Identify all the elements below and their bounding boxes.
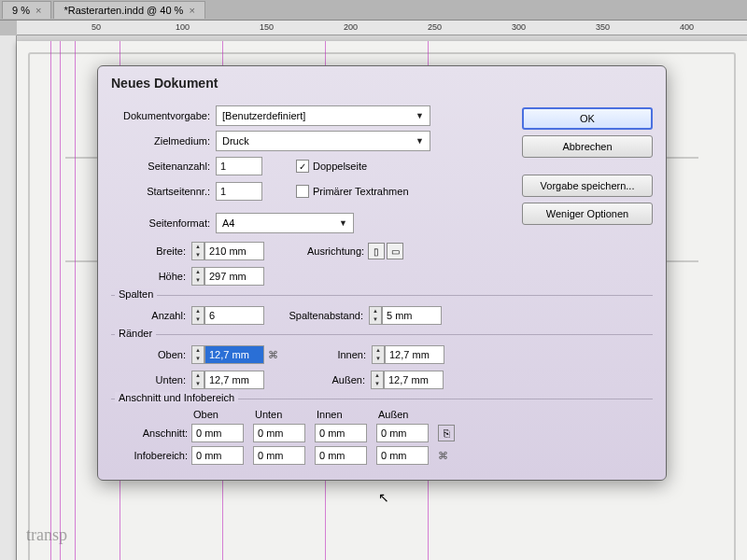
margin-inside-input[interactable]	[385, 345, 444, 364]
width-input[interactable]	[204, 242, 264, 260]
pages-input[interactable]	[216, 157, 262, 175]
tab-label: *Rasterarten.indd @ 40 %	[63, 5, 183, 16]
height-input[interactable]	[204, 267, 264, 286]
tab-label: 9 %	[12, 5, 30, 16]
chevron-down-icon: ▼	[416, 136, 424, 146]
facing-pages-checkbox[interactable]: ✓	[296, 160, 309, 173]
column-guide[interactable]	[75, 41, 76, 560]
margin-outside-stepper[interactable]: ▲▼	[371, 371, 384, 389]
margin-top-input[interactable]	[204, 345, 264, 364]
orientation-landscape-button[interactable]: ▭	[387, 243, 403, 259]
gutter-stepper[interactable]: ▲▼	[369, 306, 382, 325]
dialog-title: Neues Dokument	[98, 66, 666, 98]
intent-dropdown[interactable]: Druck ▼	[216, 131, 430, 151]
cancel-button[interactable]: Abbrechen	[522, 135, 653, 158]
primary-textframe-checkbox[interactable]	[296, 185, 309, 198]
ruler-tick: 100	[176, 22, 190, 32]
link-bleed-icon[interactable]: ⎘	[438, 425, 455, 441]
link-slug-icon[interactable]: ⌘	[438, 450, 464, 462]
ruler-tick: 200	[344, 22, 358, 32]
fewer-options-button[interactable]: Weniger Optionen	[522, 203, 653, 225]
document-tabs: 9 % × *Rasterarten.indd @ 40 % ×	[0, 0, 747, 21]
sketch-text: transp	[26, 525, 67, 545]
ruler-horizontal[interactable]: 50 100 150 200 250 300 350 400	[17, 21, 747, 35]
bleed-legend: Anschnitt und Infobereich	[115, 392, 238, 403]
margin-top-label: Oben:	[111, 349, 191, 360]
preset-value: [Benutzerdefiniert]	[222, 110, 305, 121]
col-bottom: Unten	[253, 409, 309, 420]
ok-button[interactable]: OK	[522, 107, 653, 130]
chevron-down-icon: ▼	[416, 111, 424, 120]
tab-prev-doc[interactable]: 9 % ×	[2, 1, 51, 19]
bleed-label: Anschnitt:	[111, 427, 193, 439]
bleed-inside-input[interactable]	[315, 424, 367, 442]
ruler-tick: 250	[428, 22, 442, 32]
ruler-tick: 150	[260, 22, 274, 32]
column-guide[interactable]	[60, 41, 61, 560]
slug-inside-input[interactable]	[315, 446, 367, 465]
startpage-label: Startseitennr.:	[111, 186, 216, 197]
column-guide[interactable]	[50, 41, 51, 560]
margin-bottom-label: Unten:	[111, 374, 191, 385]
orientation-label: Ausrichtung:	[307, 245, 364, 257]
bleed-outside-input[interactable]	[376, 424, 429, 442]
height-stepper[interactable]: ▲▼	[191, 267, 204, 286]
col-inside: Innen	[315, 409, 371, 420]
margin-bottom-input[interactable]	[204, 371, 264, 389]
primary-textframe-label: Primärer Textrahmen	[313, 186, 409, 197]
preset-dropdown[interactable]: [Benutzerdefiniert] ▼	[216, 105, 430, 126]
bleed-top-input[interactable]	[191, 424, 244, 442]
intent-label: Zielmedium:	[111, 135, 216, 147]
col-outside: Außen	[376, 409, 432, 420]
close-icon[interactable]: ×	[189, 5, 194, 16]
height-label: Höhe:	[111, 271, 191, 282]
intent-value: Druck	[222, 135, 249, 147]
ruler-tick: 350	[596, 22, 610, 32]
orientation-portrait-button[interactable]: ▯	[368, 243, 385, 259]
pagesize-value: A4	[222, 217, 234, 229]
slug-label: Infobereich:	[111, 450, 193, 461]
pages-label: Seitenanzahl:	[111, 161, 216, 172]
link-margins-icon[interactable]: ⌘	[268, 349, 278, 361]
ruler-tick: 300	[512, 22, 526, 32]
column-count-label: Anzahl:	[111, 310, 191, 321]
tab-rasterarten[interactable]: *Rasterarten.indd @ 40 % ×	[53, 1, 204, 19]
gutter-input[interactable]	[382, 306, 442, 325]
facing-pages-label: Doppelseite	[313, 161, 367, 172]
chevron-down-icon: ▼	[339, 218, 347, 228]
column-count-stepper[interactable]: ▲▼	[191, 306, 204, 325]
ruler-tick: 400	[680, 22, 694, 32]
ruler-tick: 50	[92, 22, 101, 32]
margin-outside-label: Außen:	[281, 374, 371, 385]
bleed-bottom-input[interactable]	[253, 424, 305, 442]
slug-bottom-input[interactable]	[253, 446, 305, 465]
pagesize-dropdown[interactable]: A4 ▼	[216, 213, 354, 233]
margin-bottom-stepper[interactable]: ▲▼	[191, 371, 204, 389]
pagesize-label: Seitenformat:	[111, 217, 216, 229]
margins-legend: Ränder	[115, 328, 156, 339]
new-document-dialog: Neues Dokument OK Abbrechen Vorgabe spei…	[97, 65, 667, 481]
column-count-input[interactable]	[204, 306, 264, 325]
width-label: Breite:	[111, 245, 191, 257]
margin-inside-label: Innen:	[282, 349, 372, 360]
close-icon[interactable]: ×	[35, 5, 41, 16]
slug-outside-input[interactable]	[376, 446, 429, 465]
save-preset-button[interactable]: Vorgabe speichern...	[522, 175, 653, 197]
columns-legend: Spalten	[115, 288, 157, 300]
margin-inside-stepper[interactable]: ▲▼	[372, 345, 385, 364]
width-stepper[interactable]: ▲▼	[191, 242, 204, 260]
ruler-vertical[interactable]	[0, 35, 17, 560]
preset-label: Dokumentvorgabe:	[111, 110, 216, 121]
gutter-label: Spaltenabstand:	[264, 310, 369, 321]
margin-outside-input[interactable]	[384, 371, 444, 389]
startpage-input[interactable]	[216, 182, 262, 201]
slug-top-input[interactable]	[191, 446, 244, 465]
col-top: Oben	[191, 409, 247, 420]
margin-top-stepper[interactable]: ▲▼	[191, 345, 204, 364]
